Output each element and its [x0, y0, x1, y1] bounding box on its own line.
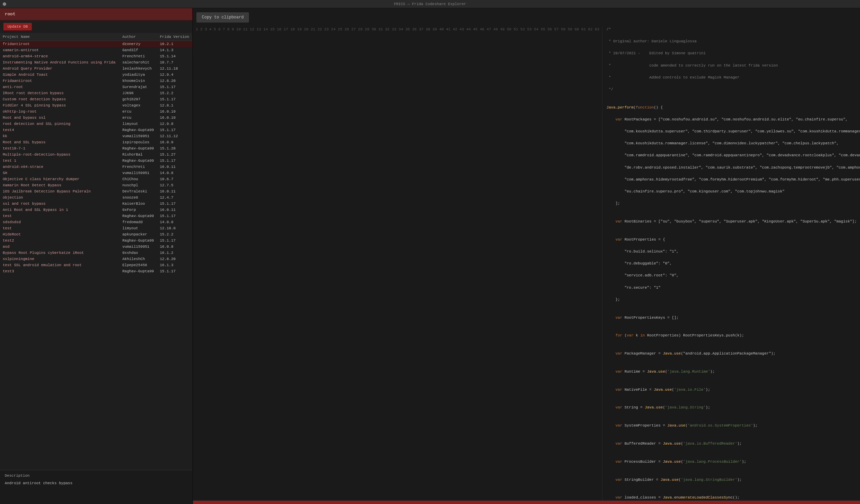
project-name-cell: kk [0, 133, 120, 139]
project-name-cell: Fiddler 4 SSL pinning bypass [0, 102, 120, 109]
left-panel: root Update DB Project Name Author Frida… [0, 8, 193, 504]
table-row[interactable]: Bypass Root Plugins cyberkatze iRoot0xsh… [0, 250, 192, 256]
project-name-cell: test3 [0, 268, 120, 274]
project-name-cell: Bypass Root Plugins cyberkatze iRoot [0, 250, 120, 256]
main-container: root Update DB Project Name Author Frida… [0, 8, 860, 504]
author-cell: RishorBal [120, 152, 157, 158]
author-cell: Raghav-Gupta99 [120, 237, 157, 244]
table-row[interactable]: Objective C class hierarchy dumperChiCho… [0, 176, 192, 182]
version-cell: 12.9.4 [157, 72, 192, 78]
copy-to-clipboard-button[interactable]: Copy to clipboard [196, 12, 249, 23]
version-cell: 16.1.3 [157, 262, 192, 268]
table-row[interactable]: test3Raghav-Gupta9915.1.17 [0, 268, 192, 274]
project-name-cell: asd [0, 244, 120, 250]
version-cell: 12.11.12 [157, 133, 192, 139]
table-row[interactable]: asdvumail15995116.0.8 [0, 244, 192, 250]
author-cell: 0xshdax [120, 250, 157, 256]
version-cell: 16.0.19 [157, 115, 192, 121]
table-row[interactable]: xamarin-antirootGand3lf14.1.3 [0, 47, 192, 53]
version-cell: 16.0.11 [157, 188, 192, 195]
project-name-cell: IRoot root detection bypass [0, 90, 120, 96]
project-name-cell: Root and SSL bypass [0, 139, 120, 145]
table-row[interactable]: Root and bypass sslercu16.0.19 [0, 115, 192, 121]
table-row[interactable]: fridantirootdzonerzy10.2.1 [0, 41, 192, 47]
table-row[interactable]: root detection and SSL pinninglimyout12.… [0, 121, 192, 127]
table-row[interactable]: ssl and root bypassKaiserBloo15.1.17 [0, 201, 192, 207]
table-row[interactable]: sslpinningmineAkhileshCh12.8.20 [0, 256, 192, 262]
table-row[interactable]: Custom root detection bypassgchib29715.1… [0, 96, 192, 102]
author-cell: Surendrajat [120, 84, 157, 90]
table-row[interactable]: testlimyout12.10.0 [0, 225, 192, 231]
table-row[interactable]: Root and SSL bypassispiropoulos16.0.9 [0, 139, 192, 145]
author-cell: nuschpl [120, 182, 157, 188]
author-cell: Raghav-Gupta99 [120, 268, 157, 274]
author-cell: Elpepe25456 [120, 262, 157, 268]
version-cell: 12.11.18 [157, 66, 192, 72]
version-cell: 12.8.1 [157, 102, 192, 109]
table-row[interactable]: testRaghav-Gupta9915.1.17 [0, 213, 192, 219]
version-cell: 15.1.14 [157, 53, 192, 59]
table-row[interactable]: android-x64-straceFrenchYeti16.0.11 [0, 164, 192, 170]
table-row[interactable]: IRoot root detection bypassJJK9615.2.2 [0, 90, 192, 96]
update-db-button[interactable]: Update DB [3, 23, 32, 30]
version-cell: 15.1.17 [157, 84, 192, 90]
project-name-cell: objection [0, 195, 120, 201]
version-cell: 12.4.7 [157, 195, 192, 201]
table-row[interactable]: android-arm64-straceFrenchYeti15.1.14 [0, 53, 192, 59]
table-row[interactable]: Fiddler 4 SSL pinning bypassvoltagex12.8… [0, 102, 192, 109]
table-row[interactable]: HideRootapkunpacker15.2.2 [0, 231, 192, 237]
table-row[interactable]: Android Query Providerleolashkevych12.11… [0, 66, 192, 72]
project-name-cell: Multiple-root-detection-bypass [0, 152, 120, 158]
traffic-light-icon [3, 2, 6, 6]
col-project-name: Project Name [0, 33, 120, 41]
table-row[interactable]: iOS Jailbreak Detection Bypass PaleralnD… [0, 188, 192, 195]
project-name-cell: test4 [0, 127, 120, 133]
version-cell: 16.0.11 [157, 207, 192, 213]
version-cell: 15.1.17 [157, 237, 192, 244]
version-cell: 12.8.20 [157, 78, 192, 84]
title-bar: FRICS — Frida Codeshare Explorer [0, 0, 860, 8]
project-name-cell: test SSL android emulation and root [0, 262, 120, 268]
author-cell: FrenchYeti [120, 164, 157, 170]
author-cell: snooze6 [120, 195, 157, 201]
version-cell: 14.0.8 [157, 170, 192, 176]
project-name-cell: test [0, 225, 120, 231]
author-cell: apkunpacker [120, 231, 157, 237]
project-table-container: Project Name Author Frida Version fridan… [0, 33, 192, 470]
author-cell: KaiserBloo [120, 201, 157, 207]
project-name-cell: Custom root detection bypass [0, 96, 120, 102]
table-row[interactable]: Instrumenting Native Android Functions u… [0, 59, 192, 66]
table-row[interactable]: test4Raghav-Gupta9915.1.17 [0, 127, 192, 133]
version-cell: 15.1.17 [157, 213, 192, 219]
table-row[interactable]: test SSL android emulation and rootElpep… [0, 262, 192, 268]
table-row[interactable]: Fridaantirootkhoomelvin12.8.20 [0, 78, 192, 84]
version-cell: 14.1.3 [157, 47, 192, 53]
version-cell: 15.1.27 [157, 152, 192, 158]
table-row[interactable]: Anti Root and SSL Bypass in 10xForp16.0.… [0, 207, 192, 213]
version-cell: 12.9.8 [157, 121, 192, 127]
table-row[interactable]: objectionsnooze612.4.7 [0, 195, 192, 201]
table-row[interactable]: test2Raghav-Gupta9915.1.17 [0, 237, 192, 244]
table-row[interactable]: kkvumail15995112.11.12 [0, 133, 192, 139]
project-name-cell: sdsdsdsd [0, 219, 120, 225]
bottom-scrollbar-bar[interactable] [193, 501, 860, 504]
table-row[interactable]: Simple Android Toastyodiaditya12.9.4 [0, 72, 192, 78]
table-row[interactable]: Multiple-root-detection-bypassRishorBal1… [0, 152, 192, 158]
table-row[interactable]: Xamarin Root Detect Bypassnuschpl12.7.5 [0, 182, 192, 188]
table-row[interactable]: test19-7-1Raghav-Gupta9915.1.28 [0, 145, 192, 152]
code-container[interactable]: 1 2 3 4 5 6 7 8 9 10 11 12 13 14 15 16 1… [193, 27, 860, 501]
project-list: fridantirootdzonerzy10.2.1xamarin-antiro… [0, 41, 192, 275]
author-cell: Raghav-Gupta99 [120, 158, 157, 164]
table-row[interactable]: sdsdsdsdfredomadd14.0.8 [0, 219, 192, 225]
table-row[interactable]: test 1Raghav-Gupta9915.1.17 [0, 158, 192, 164]
author-cell: Gand3lf [120, 47, 157, 53]
table-row[interactable]: anti-rootSurendrajat15.1.17 [0, 84, 192, 90]
author-cell: khoomelvin [120, 78, 157, 84]
version-cell: 16.0.8 [157, 244, 192, 250]
table-row[interactable]: okhttp-log-rootercu16.0.19 [0, 109, 192, 115]
table-row[interactable]: SHvumail15995114.0.8 [0, 170, 192, 176]
author-cell: limyout [120, 225, 157, 231]
author-cell: fredomadd [120, 219, 157, 225]
version-cell: 16.0.9 [157, 139, 192, 145]
author-cell: JJK96 [120, 90, 157, 96]
